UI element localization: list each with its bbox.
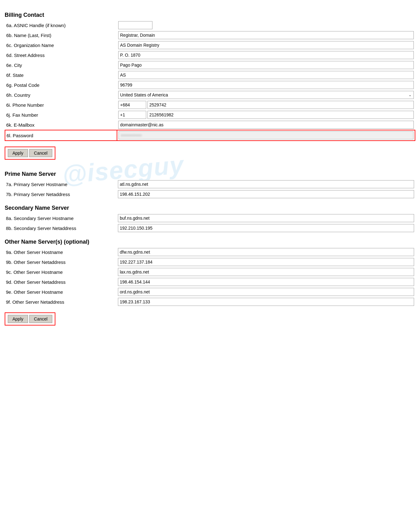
postal-input[interactable]: [118, 81, 414, 89]
city-label: 6e. City: [5, 60, 117, 70]
state-label: 6f. State: [5, 70, 117, 80]
billing-apply-button[interactable]: Apply: [8, 149, 28, 157]
billing-buttons-container: Apply Cancel: [5, 147, 55, 160]
netaddress9f-input[interactable]: [118, 298, 414, 306]
hostname9a-input[interactable]: [118, 248, 414, 256]
other-buttons-container: Apply Cancel: [5, 312, 55, 325]
asnic-handle-label: 6a. ASNIC Handle (if known): [5, 20, 117, 30]
password-input[interactable]: [119, 131, 413, 139]
phone-number-input[interactable]: [147, 101, 414, 109]
city-input[interactable]: [118, 61, 414, 69]
fax-label: 6j. Fax Number: [5, 110, 117, 120]
street-input[interactable]: [118, 51, 414, 59]
fax-number-input[interactable]: [147, 111, 414, 119]
secondary-netaddress-label: 8b. Secondary Server Netaddress: [5, 223, 117, 233]
table-row: 7b. Primary Server Netaddress: [5, 189, 415, 199]
hostname9a-label: 9a. Other Server Hostname: [5, 247, 117, 257]
other-cancel-button[interactable]: Cancel: [29, 315, 52, 323]
table-row: 9b. Other Server Netaddress: [5, 257, 415, 267]
org-input[interactable]: [118, 41, 414, 49]
table-row: 9e. Other Server Hostname: [5, 287, 415, 297]
table-row: 6k. E-Mailbox: [5, 120, 415, 130]
name-input[interactable]: [118, 31, 414, 39]
table-row: 9d. Other Server Netaddress: [5, 277, 415, 287]
state-input[interactable]: [118, 71, 414, 79]
primary-netaddress-label: 7b. Primary Server Netaddress: [5, 189, 117, 199]
prime-name-server-section: Prime Name Server 7a. Primary Server Hos…: [5, 171, 415, 199]
fax-country-input[interactable]: [118, 111, 146, 119]
password-label: 6l. Password: [5, 130, 117, 141]
password-row: 6l. Password: [5, 130, 415, 141]
chevron-down-icon: ⌄: [407, 93, 413, 97]
secondary-netaddress-input[interactable]: [118, 224, 414, 232]
other-name-server-table: 9a. Other Server Hostname 9b. Other Serv…: [5, 247, 415, 307]
billing-contact-table: 6a. ASNIC Handle (if known) 6b. Name (La…: [5, 20, 415, 141]
hostname9e-input[interactable]: [118, 288, 414, 296]
table-row: 6c. Organization Name: [5, 40, 415, 50]
billing-contact-section: Billing Contact 6a. ASNIC Handle (if kno…: [5, 12, 415, 165]
prime-name-server-title: Prime Name Server: [5, 171, 415, 177]
email-label: 6k. E-Mailbox: [5, 120, 117, 130]
email-input[interactable]: [118, 121, 414, 129]
table-row: 9a. Other Server Hostname: [5, 247, 415, 257]
table-row: 6e. City: [5, 60, 415, 70]
prime-name-server-table: 7a. Primary Server Hostname 7b. Primary …: [5, 179, 415, 199]
secondary-name-server-section: Secondary Name Server 8a. Secondary Serv…: [5, 205, 415, 233]
street-label: 6d. Street Address: [5, 50, 117, 60]
phone-country-input[interactable]: [118, 101, 146, 109]
table-row: 6i. Phone Number: [5, 100, 415, 110]
table-row: 6b. Name (Last, First): [5, 30, 415, 40]
table-row: 6f. State: [5, 70, 415, 80]
phone-label: 6i. Phone Number: [5, 100, 117, 110]
other-apply-button[interactable]: Apply: [8, 315, 28, 323]
other-name-server-section: Other Name Server(s) (optional) 9a. Othe…: [5, 239, 415, 331]
country-label: 6h. Country: [5, 90, 117, 100]
netaddress9d-input[interactable]: [118, 278, 414, 286]
hostname9c-label: 9c. Other Server Hostname: [5, 267, 117, 277]
fax-container: [118, 111, 414, 119]
hostname9c-input[interactable]: [118, 268, 414, 276]
billing-cancel-button[interactable]: Cancel: [29, 149, 52, 157]
primary-netaddress-input[interactable]: [118, 190, 414, 198]
table-row: 8a. Secondary Server Hostname: [5, 213, 415, 223]
netaddress9d-label: 9d. Other Server Netaddress: [5, 277, 117, 287]
country-select-container: United States of America ⌄: [118, 91, 414, 99]
primary-hostname-label: 7a. Primary Server Hostname: [5, 179, 117, 189]
table-row: 8b. Secondary Server Netaddress: [5, 223, 415, 233]
other-name-server-title: Other Name Server(s) (optional): [5, 239, 415, 245]
primary-hostname-input[interactable]: [118, 180, 414, 188]
billing-contact-title: Billing Contact: [5, 12, 415, 18]
secondary-name-server-title: Secondary Name Server: [5, 205, 415, 211]
netaddress9b-input[interactable]: [118, 258, 414, 266]
org-label: 6c. Organization Name: [5, 40, 117, 50]
table-row: 9f. Other Server Netaddress: [5, 297, 415, 307]
netaddress9b-label: 9b. Other Server Netaddress: [5, 257, 117, 267]
netaddress9f-label: 9f. Other Server Netaddress: [5, 297, 117, 307]
name-label: 6b. Name (Last, First): [5, 30, 117, 40]
table-row: 6a. ASNIC Handle (if known): [5, 20, 415, 30]
table-row: 6d. Street Address: [5, 50, 415, 60]
table-row: 9c. Other Server Hostname: [5, 267, 415, 277]
postal-label: 6g. Postal Code: [5, 80, 117, 90]
table-row: 6h. Country United States of America ⌄: [5, 90, 415, 100]
secondary-hostname-label: 8a. Secondary Server Hostname: [5, 213, 117, 223]
asnic-handle-input[interactable]: [118, 21, 152, 29]
table-row: 7a. Primary Server Hostname: [5, 179, 415, 189]
secondary-name-server-table: 8a. Secondary Server Hostname 8b. Second…: [5, 213, 415, 233]
country-select[interactable]: United States of America: [119, 91, 407, 99]
table-row: 6j. Fax Number: [5, 110, 415, 120]
table-row: 6g. Postal Code: [5, 80, 415, 90]
secondary-hostname-input[interactable]: [118, 214, 414, 222]
hostname9e-label: 9e. Other Server Hostname: [5, 287, 117, 297]
phone-container: [118, 101, 414, 109]
